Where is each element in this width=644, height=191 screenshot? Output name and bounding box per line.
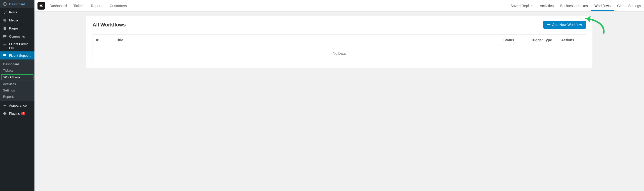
sidebar-item-comments[interactable]: Comments bbox=[0, 32, 34, 40]
topnav-saved-replies[interactable]: Saved Replies bbox=[510, 1, 533, 11]
topnav-left: Dashboard Tickets Reports Customers bbox=[50, 1, 127, 11]
content-wrap: All Workflows Add New Workflow ID Title … bbox=[34, 12, 644, 191]
topnav-global-settings[interactable]: Global Settings bbox=[617, 1, 641, 11]
wp-admin-sidebar: Dashboard Posts Media Pages Comments Flu… bbox=[0, 0, 34, 191]
sidebar-item-label: Pages bbox=[9, 26, 18, 30]
appearance-icon bbox=[3, 103, 7, 108]
col-actions: Actions bbox=[558, 35, 586, 46]
sidebar-item-posts[interactable]: Posts bbox=[0, 8, 34, 16]
table-header-row: ID Title Status Trigger Type Actions bbox=[93, 35, 586, 46]
plus-icon bbox=[547, 23, 550, 27]
sidebar-item-fluent-forms[interactable]: Fluent Forms Pro bbox=[0, 40, 34, 51]
comments-icon bbox=[3, 34, 7, 39]
sidebar-item-dashboard[interactable]: Dashboard bbox=[0, 0, 34, 8]
sidebar-subitem-dashboard[interactable]: Dashboard bbox=[0, 61, 34, 67]
topnav-activities[interactable]: Activities bbox=[540, 1, 554, 11]
sidebar-item-label: Dashboard bbox=[9, 2, 25, 6]
sidebar-subitem-workflows[interactable]: Workflows bbox=[1, 74, 33, 80]
col-status: Status bbox=[500, 35, 528, 46]
page-title: All Workflows bbox=[93, 22, 126, 28]
topnav-tickets[interactable]: Tickets bbox=[73, 1, 85, 11]
sidebar-subitem-tickets[interactable]: Tickets bbox=[0, 67, 34, 74]
media-icon bbox=[3, 18, 7, 22]
topnav-customers[interactable]: Customers bbox=[110, 1, 127, 11]
pages-icon bbox=[3, 26, 7, 30]
sidebar-item-label: Fluent Support bbox=[9, 54, 30, 57]
workflows-card: All Workflows Add New Workflow ID Title … bbox=[86, 16, 592, 68]
sidebar-item-label: Appearance bbox=[9, 104, 27, 107]
plugin-topbar: Dashboard Tickets Reports Customers Save… bbox=[34, 0, 644, 12]
sidebar-item-appearance[interactable]: Appearance bbox=[0, 101, 34, 109]
sidebar-subitem-activities[interactable]: Activities bbox=[0, 81, 34, 87]
topnav-business-inboxes[interactable]: Business Inboxes bbox=[560, 1, 588, 11]
add-workflow-label: Add New Workflow bbox=[552, 23, 582, 27]
sidebar-item-plugins[interactable]: Plugins 9 bbox=[0, 109, 34, 117]
support-icon bbox=[3, 53, 7, 58]
workflows-table: ID Title Status Trigger Type Actions No … bbox=[93, 34, 586, 61]
dashboard-icon bbox=[3, 2, 7, 6]
sidebar-submenu: Dashboard Tickets Workflows Activities S… bbox=[0, 59, 34, 101]
sidebar-item-label: Plugins bbox=[9, 112, 20, 115]
add-workflow-button[interactable]: Add New Workflow bbox=[543, 21, 586, 29]
table-empty-row: No Data bbox=[93, 46, 586, 61]
sidebar-item-label: Posts bbox=[9, 10, 17, 14]
sidebar-item-media[interactable]: Media bbox=[0, 16, 34, 24]
forms-icon bbox=[3, 44, 7, 48]
col-id: ID bbox=[93, 35, 113, 46]
sidebar-item-label: Comments bbox=[9, 35, 25, 38]
sidebar-item-pages[interactable]: Pages bbox=[0, 24, 34, 32]
plugin-logo[interactable] bbox=[37, 2, 45, 10]
sidebar-subitem-reports[interactable]: Reports bbox=[0, 93, 34, 100]
sidebar-item-label: Media bbox=[9, 18, 18, 22]
col-title: Title bbox=[113, 35, 500, 46]
empty-state: No Data bbox=[93, 46, 586, 61]
topnav-reports[interactable]: Reports bbox=[91, 1, 103, 11]
col-trigger: Trigger Type bbox=[528, 35, 558, 46]
sidebar-subitem-settings[interactable]: Settings bbox=[0, 87, 34, 93]
plugins-update-badge: 9 bbox=[21, 112, 26, 115]
topnav-dashboard[interactable]: Dashboard bbox=[50, 1, 67, 11]
main-area: Dashboard Tickets Reports Customers Save… bbox=[34, 0, 644, 191]
sidebar-item-fluent-support[interactable]: Fluent Support bbox=[0, 51, 34, 59]
topnav-workflows[interactable]: Workflows bbox=[594, 1, 611, 11]
pin-icon bbox=[3, 10, 7, 14]
topnav-right: Saved Replies Activities Business Inboxe… bbox=[510, 1, 641, 11]
card-header: All Workflows Add New Workflow bbox=[93, 21, 586, 29]
sidebar-item-label: Fluent Forms Pro bbox=[9, 42, 32, 50]
plugins-icon bbox=[3, 111, 7, 116]
